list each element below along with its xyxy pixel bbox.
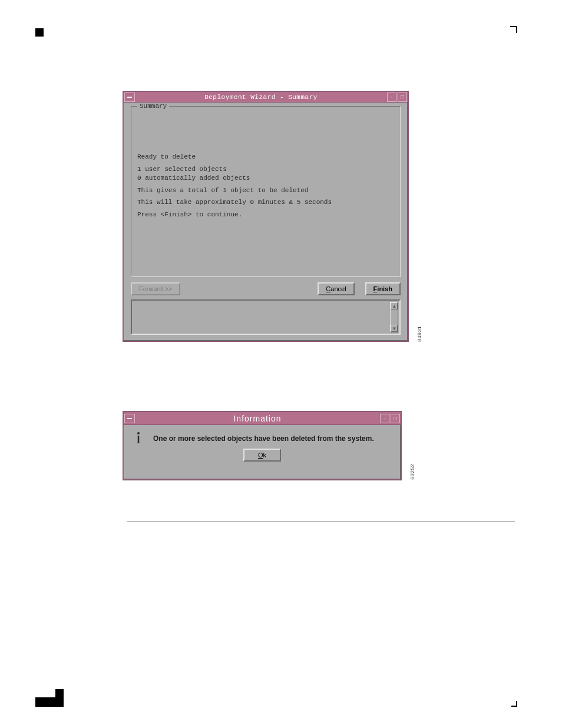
section-divider (127, 521, 515, 522)
maximize-icon[interactable]: □ (398, 93, 407, 102)
maximize-icon[interactable]: □ (391, 414, 400, 423)
scroll-up-icon[interactable]: ▴ (391, 302, 398, 309)
wizard-button-row: Forward >> Cancel Finish (131, 281, 401, 297)
page-corner-marker (35, 28, 44, 37)
window-menu-icon[interactable] (124, 414, 135, 423)
summary-line-ready: Ready to delete (137, 153, 394, 162)
summary-frame: Summary Ready to delete 1 user selected … (131, 106, 401, 277)
info-title: Information (135, 414, 379, 423)
minimize-icon[interactable]: · (387, 93, 396, 102)
window-menu-icon[interactable] (124, 93, 135, 102)
page-corner-marker (510, 26, 517, 33)
page-corner-marker (35, 697, 64, 707)
summary-legend: Summary (137, 103, 169, 110)
finish-mnemonic: F (373, 285, 378, 292)
cancel-mnemonic: C (326, 285, 330, 292)
summary-line-user-selected: 1 user selected objects (137, 165, 394, 174)
forward-button-label: Forward >> (139, 285, 172, 292)
figure-id-wizard: 84931 (417, 326, 423, 342)
info-body: l One or more selected objects have been… (124, 425, 401, 449)
ok-mnemonic: O (258, 452, 263, 459)
information-dialog: Information · □ l One or more selected o… (123, 411, 402, 480)
cancel-label-rest: ancel (330, 285, 346, 292)
summary-body: Ready to delete 1 user selected objects … (137, 153, 394, 219)
summary-line-total: This gives a total of 1 object to be del… (137, 186, 394, 195)
page-corner-marker (55, 689, 64, 697)
page: Deployment Wizard - Summary · □ Summary … (0, 0, 562, 728)
summary-line-duration: This will take approximately 0 minutes &… (137, 198, 394, 207)
info-button-row: Ok (124, 449, 401, 466)
wizard-title: Deployment Wizard - Summary (135, 94, 386, 101)
deployment-wizard-window: Deployment Wizard - Summary · □ Summary … (123, 91, 409, 342)
forward-button: Forward >> (131, 282, 180, 295)
finish-label-rest: inish (377, 285, 392, 292)
cancel-button[interactable]: Cancel (318, 282, 354, 295)
summary-line-press-finish: Press <Finish> to continue. (137, 210, 394, 219)
scroll-down-icon[interactable]: ▾ (391, 325, 398, 332)
wizard-titlebar[interactable]: Deployment Wizard - Summary · □ (124, 92, 408, 103)
minimize-icon[interactable]: · (380, 414, 389, 423)
ok-button[interactable]: Ok (243, 449, 281, 462)
page-corner-marker (511, 701, 517, 707)
info-titlebar[interactable]: Information · □ (124, 412, 401, 425)
figure-id-info: 60252 (410, 464, 416, 480)
finish-button[interactable]: Finish (365, 282, 401, 295)
ok-label-rest: k (263, 452, 267, 459)
wizard-output-console: ▴ ▾ (131, 299, 401, 335)
summary-line-auto-added: 0 automatically added objects (137, 174, 394, 183)
information-icon: l (132, 432, 145, 445)
scrollbar[interactable]: ▴ ▾ (390, 302, 398, 332)
info-message: One or more selected objects have been d… (153, 434, 374, 443)
